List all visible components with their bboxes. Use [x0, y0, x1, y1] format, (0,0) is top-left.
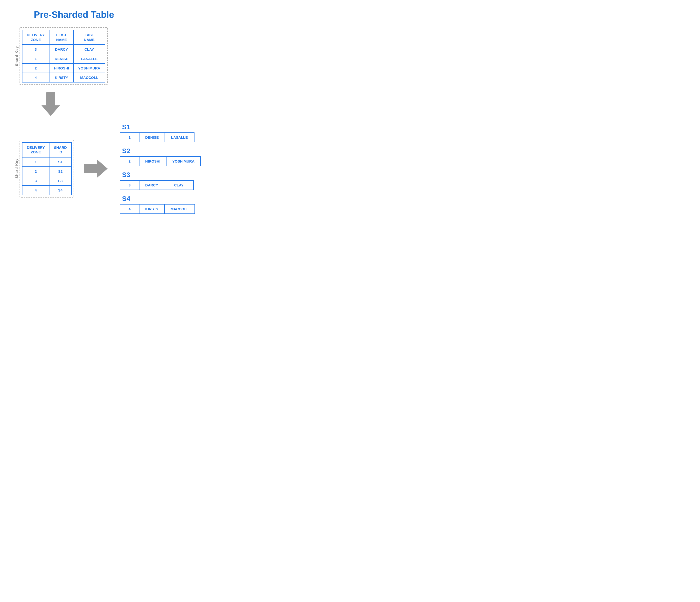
cell-last: LASALLE [74, 54, 105, 63]
cell-shard: S4 [49, 185, 71, 195]
shards-section: S11DENISELASALLES22HIROSHIYOSHIMURAS33DA… [120, 123, 201, 214]
shard-cell: DARCY [140, 181, 164, 189]
shard-cell: 1 [120, 133, 140, 142]
col-header-last: LASTNAME [74, 30, 105, 45]
cell-shard: S1 [49, 157, 71, 167]
bottom-section: Shard Key DELIVERYZONE SHARDID 1S12S23S3… [15, 123, 266, 214]
bottom-dashed-wrapper: DELIVERYZONE SHARDID 1S12S23S34S4 [20, 140, 74, 198]
cell-last: MACCOLL [74, 73, 105, 82]
cell-zone: 4 [22, 73, 49, 82]
cell-shard: S3 [49, 176, 71, 185]
shard-label: S1 [122, 123, 130, 131]
top-table-header-row: DELIVERYZONE FIRSTNAME LASTNAME [22, 30, 105, 45]
cell-first: DENISE [49, 54, 74, 63]
top-section: Shard Key DELIVERYZONE FIRSTNAME LASTNAM… [15, 27, 266, 85]
cell-first: HIROSHI [49, 63, 74, 73]
down-arrow [44, 92, 58, 116]
down-arrow-head [42, 105, 60, 116]
col-header-zone2: DELIVERYZONE [22, 142, 49, 157]
page-title: Pre-Sharded Table [34, 10, 266, 20]
shard-cell: 4 [120, 205, 140, 213]
table-row: 2HIROSHIYOSHIMURA [22, 63, 105, 73]
down-arrow-shaft [46, 92, 55, 105]
cell-zone: 3 [22, 176, 49, 185]
shard-group: S11DENISELASALLE [120, 123, 201, 142]
shard-row: 2HIROSHIYOSHIMURA [120, 156, 201, 166]
shard-cell: HIROSHI [140, 157, 167, 166]
cell-zone: 1 [22, 157, 49, 167]
shard-cell: 3 [120, 181, 140, 189]
cell-first: KIRSTY [49, 73, 74, 82]
shard-row: 1DENISELASALLE [120, 132, 195, 142]
shard-group: S22HIROSHIYOSHIMURA [120, 147, 201, 166]
top-table: DELIVERYZONE FIRSTNAME LASTNAME 3DARCYCL… [22, 30, 105, 82]
cell-zone: 2 [22, 167, 49, 176]
shard-label: S3 [122, 171, 130, 179]
shard-label: S4 [122, 195, 130, 203]
col-header-shard-id: SHARDID [49, 142, 71, 157]
table-row: 2S2 [22, 167, 71, 176]
col-header-zone: DELIVERYZONE [22, 30, 49, 45]
cell-zone: 3 [22, 45, 49, 54]
shard-cell: 2 [120, 157, 140, 166]
shard-cell: KIRSTY [140, 205, 165, 213]
table-row: 4KIRSTYMACCOLL [22, 73, 105, 82]
cell-first: DARCY [49, 45, 74, 54]
right-arrow-shaft [84, 164, 97, 173]
col-header-first: FIRSTNAME [49, 30, 74, 45]
shard-row: 3DARCYCLAY [120, 180, 194, 190]
top-dashed-wrapper: DELIVERYZONE FIRSTNAME LASTNAME 3DARCYCL… [20, 27, 108, 85]
down-arrow-section [44, 92, 266, 116]
shard-key-label-top: Shard Key [15, 46, 19, 66]
cell-last: YOSHIMURA [74, 63, 105, 73]
right-arrow-head [97, 159, 108, 178]
cell-zone: 2 [22, 63, 49, 73]
table-row: 1DENISELASALLE [22, 54, 105, 63]
table-row: 3S3 [22, 176, 71, 185]
shard-cell: LASALLE [165, 133, 194, 142]
shard-group: S44KIRSTYMACCOLL [120, 195, 201, 214]
cell-zone: 4 [22, 185, 49, 195]
cell-zone: 1 [22, 54, 49, 63]
shard-cell: CLAY [164, 181, 193, 189]
shard-row: 4KIRSTYMACCOLL [120, 204, 195, 214]
bottom-table: DELIVERYZONE SHARDID 1S12S23S34S4 [22, 142, 72, 195]
shard-cell: DENISE [140, 133, 165, 142]
bottom-left: Shard Key DELIVERYZONE SHARDID 1S12S23S3… [15, 140, 74, 198]
right-arrow-container [84, 159, 108, 178]
cell-last: CLAY [74, 45, 105, 54]
table-row: 1S1 [22, 157, 71, 167]
shard-key-label-bottom: Shard Key [15, 158, 19, 179]
shard-cell: MACCOLL [165, 205, 195, 213]
cell-shard: S2 [49, 167, 71, 176]
table-row: 3DARCYCLAY [22, 45, 105, 54]
table-row: 4S4 [22, 185, 71, 195]
shard-label: S2 [122, 147, 130, 155]
bottom-table-header-row: DELIVERYZONE SHARDID [22, 142, 71, 157]
shard-group: S33DARCYCLAY [120, 171, 201, 190]
shard-cell: YOSHIMURA [167, 157, 200, 166]
